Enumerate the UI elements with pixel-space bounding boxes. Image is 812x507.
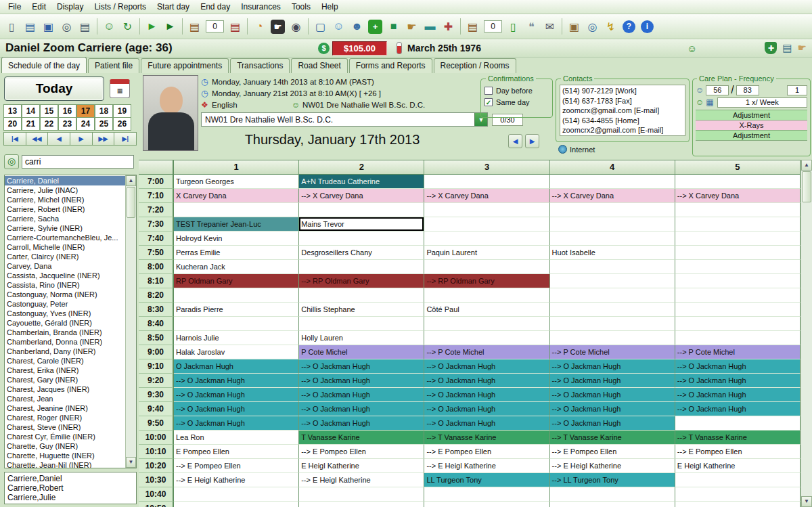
help-icon[interactable]: ?	[623, 20, 635, 33]
next-day-button[interactable]: ▶	[70, 132, 93, 146]
menu-help[interactable]: Help	[316, 1, 344, 13]
appointment-cell[interactable]: --> O Jackman Hugh	[550, 402, 675, 416]
contact-entry[interactable]: zoomcrx@gmail.com [E-mail]	[562, 106, 683, 116]
add-plus-icon[interactable]: +	[368, 20, 382, 34]
appointment-cell[interactable]: --> O Jackman Hugh	[174, 402, 299, 416]
scroll-thumb[interactable]	[802, 171, 811, 202]
tab-forms-and-reports[interactable]: Forms and Reports	[349, 58, 432, 73]
appointment-book-icon[interactable]: ▤	[185, 18, 204, 36]
appointment-cell[interactable]: --> O Jackman Hugh	[550, 416, 675, 431]
patient-swap-icon[interactable]: ☺	[100, 18, 118, 36]
appointment-cell[interactable]: P Cote Michel	[299, 345, 424, 359]
end-day-arrows-icon[interactable]: ►	[161, 18, 179, 36]
appointment-cell[interactable]: --> T Vanasse Karine	[550, 431, 675, 445]
empty-slot[interactable]	[424, 260, 549, 274]
empty-slot[interactable]	[174, 487, 299, 502]
empty-slot[interactable]	[550, 260, 675, 274]
calendar-day-18[interactable]: 18	[95, 104, 113, 118]
appointment-cell[interactable]: --> P Cote Michel	[424, 345, 549, 359]
menu-start-day[interactable]: Start day	[152, 1, 195, 13]
empty-slot[interactable]	[550, 217, 675, 232]
empty-slot[interactable]	[550, 487, 675, 502]
previous-day-button[interactable]: ◀	[508, 134, 522, 148]
schedule-scrollbar[interactable]: ▲ ▼	[800, 160, 812, 507]
empty-slot[interactable]	[424, 203, 549, 217]
patient-group-icon[interactable]: ☻	[348, 18, 366, 36]
calendar-day-25[interactable]: 25	[95, 117, 113, 131]
empty-slot[interactable]	[424, 487, 549, 502]
empty-slot[interactable]	[675, 274, 800, 288]
appointment-cell[interactable]: --> RP Oldman Gary	[299, 274, 424, 288]
patient-list-item[interactable]: Charette. Jean-Nil (INER)	[5, 460, 125, 468]
appointment-cell[interactable]: --> O Jackman Hugh	[299, 402, 424, 416]
tab-transactions[interactable]: Transactions	[230, 58, 290, 73]
calendar-day-20[interactable]: 20	[3, 117, 22, 131]
patient-list-item[interactable]: Chamberland, Donna (INER)	[5, 337, 125, 347]
empty-slot[interactable]	[675, 217, 800, 232]
note-bubble-icon[interactable]: ❝	[522, 18, 541, 36]
search-icon[interactable]: ◎	[4, 154, 19, 169]
empty-slot[interactable]	[675, 232, 800, 246]
appointment-cell[interactable]: --> P Cote Michel	[550, 345, 675, 359]
appointment-cell[interactable]: --> T Vanasse Karine	[675, 431, 800, 445]
appointment-cell[interactable]: --> O Jackman Hugh	[174, 416, 299, 431]
appointment-cell[interactable]: --> E Pompeo Ellen	[299, 445, 424, 459]
empty-slot[interactable]	[174, 317, 299, 331]
empty-slot[interactable]	[675, 473, 800, 487]
empty-slot[interactable]	[675, 331, 800, 345]
appointment-cell[interactable]: TEST Trepanier Jean-Luc	[174, 217, 299, 232]
empty-slot[interactable]	[174, 502, 299, 507]
hand-icon[interactable]: ☛	[798, 42, 807, 54]
patient-list-item[interactable]: Castonguay, Yves (INER)	[5, 309, 125, 318]
appointment-cell[interactable]: Paquin Laurent	[424, 246, 549, 260]
empty-slot[interactable]	[424, 175, 549, 189]
patient-list-item[interactable]: Carriere, Julie (INAC)	[5, 185, 125, 195]
empty-slot[interactable]	[550, 288, 675, 303]
appointment-cell[interactable]: --> E Pompeo Ellen	[675, 445, 800, 459]
stop-hand-icon[interactable]: ☛	[271, 20, 285, 34]
archive-box-icon[interactable]: ▣	[565, 18, 583, 36]
appointment-cell[interactable]: --> O Jackman Hugh	[424, 416, 549, 431]
patient-list-item[interactable]: Charest, Roger (INER)	[5, 413, 125, 422]
package-icon[interactable]: ■	[384, 18, 403, 36]
patient-search-input[interactable]	[22, 155, 134, 169]
patient-list-item[interactable]: Castonguay, Norma (INER)	[5, 290, 125, 299]
appointment-cell[interactable]: O Jackman Hugh	[174, 359, 299, 374]
patient-list-item[interactable]: Charest, Erika (INER)	[5, 366, 125, 375]
menu-display[interactable]: Display	[51, 1, 89, 13]
appointment-cell[interactable]: --> O Jackman Hugh	[299, 416, 424, 431]
calendar-day-14[interactable]: 14	[22, 104, 40, 118]
tab-patient-file[interactable]: Patient file	[88, 58, 139, 73]
injection-icon[interactable]: ✚	[439, 18, 457, 36]
patient-list-item[interactable]: Carriere-CourtemancheBleu, Je...	[5, 233, 125, 242]
appointment-cell[interactable]: --> LL Turgeon Tony	[550, 473, 675, 487]
menu-edit[interactable]: Edit	[26, 1, 51, 13]
document-search-icon[interactable]: ◎	[583, 18, 602, 36]
calendar-day-15[interactable]: 15	[40, 104, 58, 118]
appointment-cell[interactable]: --> X Carvey Dana	[299, 189, 424, 203]
appointment-cell[interactable]: --> O Jackman Hugh	[550, 388, 675, 402]
appointment-cell[interactable]: --> O Jackman Hugh	[424, 359, 549, 374]
empty-slot[interactable]	[174, 203, 299, 217]
appointment-cell[interactable]: Mains Trevor	[299, 217, 424, 232]
appointment-cell[interactable]: E Heigl Katherine	[299, 459, 424, 473]
empty-slot[interactable]	[299, 203, 424, 217]
appointment-cell[interactable]: --> RP Oldman Gary	[424, 274, 549, 288]
menu-lists-reports[interactable]: Lists / Reports	[89, 1, 152, 13]
appointment-cell[interactable]: --> O Jackman Hugh	[675, 359, 800, 374]
eye-icon[interactable]: ◉	[287, 18, 305, 36]
appointment-cell[interactable]: Turgeon Georges	[174, 175, 299, 189]
appointment-cell[interactable]: --> O Jackman Hugh	[675, 388, 800, 402]
patient-list-item[interactable]: Carriere, Daniel	[5, 176, 125, 185]
empty-slot[interactable]	[675, 175, 800, 189]
empty-slot[interactable]	[299, 502, 424, 507]
patient-list-item[interactable]: Charest, Jeanine (INER)	[5, 403, 125, 413]
appointment-cell[interactable]: --> X Carvey Dana	[675, 189, 800, 203]
patient-list-scrollbar[interactable]: ▲ ▼	[125, 175, 136, 468]
patient-refresh-icon[interactable]: ↻	[118, 18, 137, 36]
patient-list-item[interactable]: Chamberlain, Branda (INER)	[5, 328, 125, 337]
appointment-cell[interactable]: Holroyd Kevin	[174, 232, 299, 246]
appointment-cell[interactable]: Lea Ron	[174, 431, 299, 445]
appointment-cell[interactable]: Huot Isabelle	[550, 246, 675, 260]
empty-slot[interactable]	[550, 274, 675, 288]
